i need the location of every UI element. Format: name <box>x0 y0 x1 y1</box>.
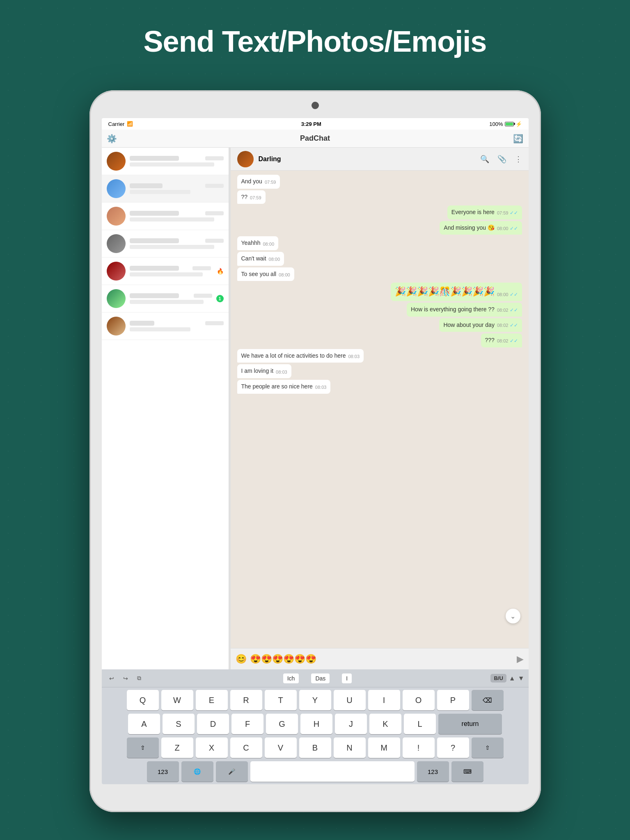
chat-time <box>205 321 224 325</box>
avatar <box>107 179 126 198</box>
message-bubble: ?? 07:59 <box>237 190 266 204</box>
format-button[interactable]: B/U <box>490 674 506 682</box>
message-bubble: How is everything going there ?? 08:02 ✓… <box>407 303 522 317</box>
contact-avatar <box>237 151 254 167</box>
suggestion-das[interactable]: Das <box>311 673 330 683</box>
send-button[interactable]: ▶ <box>517 654 524 664</box>
message-text: I am loving it <box>241 367 274 375</box>
emoji-button[interactable]: 😊 <box>236 654 247 664</box>
list-item[interactable] <box>102 313 229 340</box>
message-text: To see you all <box>241 270 277 278</box>
message-time: 08:00 <box>263 241 274 247</box>
chat-preview <box>130 245 214 249</box>
chat-time <box>205 211 224 215</box>
list-item[interactable] <box>102 203 229 230</box>
key-l[interactable]: L <box>404 714 436 734</box>
key-f[interactable]: F <box>231 714 263 734</box>
message-text: How is everything going there ?? <box>411 306 495 314</box>
numbers-right-key[interactable]: 123 <box>417 761 449 782</box>
key-b[interactable]: B <box>299 737 331 758</box>
scroll-to-bottom-button[interactable]: ⌄ <box>506 609 520 623</box>
key-m[interactable]: M <box>368 737 400 758</box>
key-y[interactable]: Y <box>299 690 331 710</box>
keyboard-hide-key[interactable]: ⌨ <box>451 761 483 782</box>
key-s[interactable]: S <box>163 714 195 734</box>
space-key[interactable] <box>250 761 415 782</box>
microphone-key[interactable]: 🎤 <box>216 761 248 782</box>
key-q[interactable]: Q <box>127 690 159 710</box>
key-u[interactable]: U <box>334 690 366 710</box>
list-item[interactable] <box>102 175 229 203</box>
key-a[interactable]: A <box>128 714 160 734</box>
key-r[interactable]: R <box>230 690 262 710</box>
chat-time <box>194 294 212 298</box>
key-i[interactable]: I <box>368 690 400 710</box>
key-e[interactable]: E <box>196 690 228 710</box>
refresh-icon[interactable]: 🔄 <box>513 134 523 144</box>
undo-button[interactable]: ↩ <box>106 673 117 683</box>
status-bar: Carrier 📶 3:29 PM 100% ⚡ <box>102 118 529 130</box>
search-icon[interactable]: 🔍 <box>480 155 489 164</box>
arrow-down-button[interactable]: ▼ <box>518 675 525 682</box>
message-input[interactable]: 😍😍😍😍😍😍 <box>250 654 513 664</box>
sidebar: 🔥 1 <box>102 148 229 669</box>
settings-icon[interactable]: ⚙️ <box>107 134 117 144</box>
redo-button[interactable]: ↪ <box>120 673 131 683</box>
message-text: The people are so nice here <box>241 383 313 391</box>
list-item[interactable] <box>102 230 229 258</box>
ipad-frame: Carrier 📶 3:29 PM 100% ⚡ ⚙️ PadChat 🔄 <box>89 90 541 812</box>
globe-key[interactable]: 🌐 <box>181 761 213 782</box>
key-w[interactable]: W <box>161 690 193 710</box>
numbers-key[interactable]: 123 <box>147 761 179 782</box>
attach-icon[interactable]: 📎 <box>497 155 506 164</box>
suggestion-i[interactable]: I <box>342 673 352 683</box>
more-icon[interactable]: ⋮ <box>515 155 522 164</box>
list-item[interactable]: 1 <box>102 285 229 313</box>
chat-preview <box>130 217 214 221</box>
chat-time <box>192 266 211 270</box>
status-right: 100% ⚡ <box>489 121 522 127</box>
key-j[interactable]: J <box>335 714 367 734</box>
key-p[interactable]: P <box>437 690 469 710</box>
key-h[interactable]: H <box>300 714 332 734</box>
return-key[interactable]: return <box>438 714 502 734</box>
key-z[interactable]: Z <box>161 737 193 758</box>
delete-key[interactable]: ⌫ <box>472 690 504 710</box>
key-n[interactable]: N <box>334 737 366 758</box>
status-time: 3:29 PM <box>301 121 321 127</box>
list-item[interactable]: 🔥 <box>102 258 229 285</box>
message-text: ?? <box>241 193 248 201</box>
key-v[interactable]: V <box>265 737 297 758</box>
list-item[interactable] <box>102 148 229 175</box>
key-g[interactable]: G <box>266 714 298 734</box>
wifi-icon: 📶 <box>127 121 133 127</box>
chat-header: Darling 🔍 📎 ⋮ <box>231 148 529 171</box>
key-t[interactable]: T <box>265 690 297 710</box>
chat-preview <box>130 162 214 167</box>
message-text: ??? <box>485 336 495 345</box>
messages-area: And you 07:59 ?? 07:59 <box>231 171 529 648</box>
key-d[interactable]: D <box>197 714 229 734</box>
chat-name <box>130 321 154 326</box>
message-time: 07:59 <box>250 195 261 201</box>
copy-button[interactable]: ⧉ <box>134 673 144 683</box>
message-bubble: And missing you 😘 08:00 ✓✓ <box>440 221 522 235</box>
key-rows: Q W E R T Y U I O P ⌫ A S D F <box>102 687 529 784</box>
key-x[interactable]: X <box>196 737 228 758</box>
key-row-4: 123 🌐 🎤 123 ⌨ <box>103 761 527 782</box>
key-c[interactable]: C <box>230 737 262 758</box>
key-k[interactable]: K <box>369 714 401 734</box>
message-text: And you <box>241 178 262 186</box>
shift-right-key[interactable]: ⇧ <box>472 737 504 758</box>
chat-name <box>130 211 179 216</box>
key-o[interactable]: O <box>403 690 435 710</box>
arrow-up-button[interactable]: ▲ <box>509 675 515 682</box>
chat-preview <box>130 190 191 194</box>
key-exclaim[interactable]: ! <box>403 737 435 758</box>
shift-left-key[interactable]: ⇧ <box>127 737 159 758</box>
message-text: How about your day <box>443 321 495 329</box>
input-value: 😍😍😍😍😍😍 <box>250 654 316 664</box>
suggestion-ich[interactable]: Ich <box>283 673 299 683</box>
chat-name <box>130 266 179 271</box>
key-question[interactable]: ? <box>437 737 469 758</box>
